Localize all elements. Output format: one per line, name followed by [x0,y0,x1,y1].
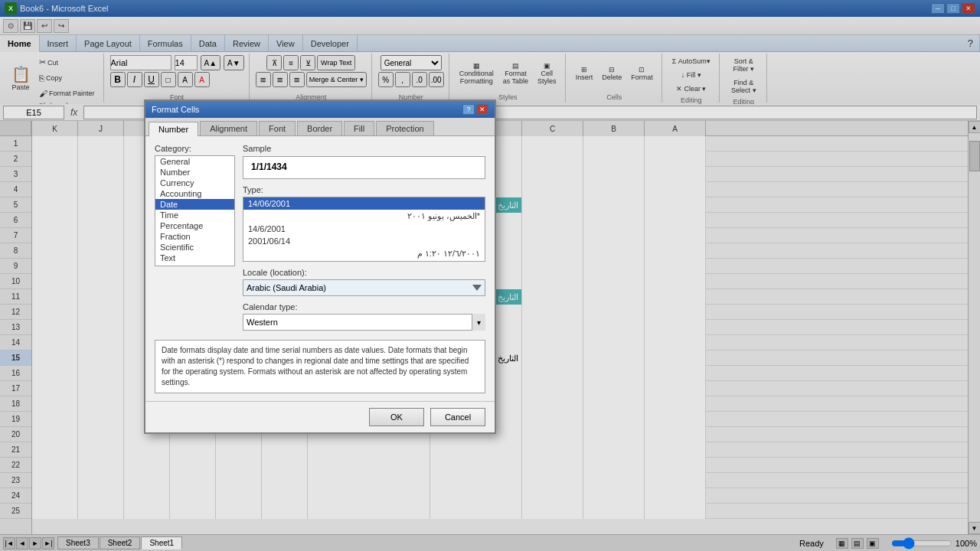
cat-fraction[interactable]: Fraction [155,231,234,242]
type-item-0[interactable]: 14/06/2001 [243,197,485,210]
dialog-tab-font[interactable]: Font [259,121,296,135]
dialog-footer: OK Cancel [145,401,495,432]
cat-time[interactable]: Time [155,210,234,220]
type-item-4[interactable]: ١٢/٦/٢٠٠١ ١:٢٠ م [243,247,485,260]
dialog-help-button[interactable]: ? [462,104,475,115]
type-item-5[interactable]: 14/6/2001 1:30 PM [243,260,485,262]
cancel-button[interactable]: Cancel [430,408,485,426]
calendar-type-input-container: ▾ [243,314,485,331]
dialog-tab-alignment[interactable]: Alignment [200,121,257,135]
type-list[interactable]: 14/06/2001 *الخميس، يونيو ٢٠٠١ 14/6/2001… [243,197,485,262]
dialog-title-bar: Format Cells ? ✕ [145,101,495,118]
locale-section: Locale (location): Arabic (Saudi Arabia) [243,268,485,296]
cat-number[interactable]: Number [155,167,234,178]
dialog-tab-number[interactable]: Number [149,122,198,136]
category-section: Category: General Number Currency Accoun… [155,144,485,335]
dialog-body: Category: General Number Currency Accoun… [145,136,495,401]
locale-dropdown[interactable]: Arabic (Saudi Arabia) [243,279,485,296]
cat-accounting[interactable]: Accounting [155,188,234,199]
calendar-type-section: Calendar type: ▾ [243,302,485,331]
calendar-dropdown-button[interactable]: ▾ [472,314,485,331]
category-list[interactable]: General Number Currency Accounting Date … [155,155,235,266]
sample-box: 1/1/1434 [243,156,485,179]
cat-date[interactable]: Date [155,199,234,210]
calendar-type-input[interactable] [243,314,485,331]
description-box: Date formats display date and time seria… [155,340,485,393]
type-item-1[interactable]: *الخميس، يونيو ٢٠٠١ [243,210,485,223]
type-item-3[interactable]: 2001/06/14 [243,235,485,247]
dialog-tabs: Number Alignment Font Border Fill Protec… [145,118,495,136]
right-panel: Sample 1/1/1434 Type: 14/06/2001 *الخميس… [243,144,485,335]
dialog-tab-fill[interactable]: Fill [344,121,374,135]
cat-percentage[interactable]: Percentage [155,220,234,231]
calendar-type-label: Calendar type: [243,302,485,311]
description-text: Date formats display date and time seria… [162,346,469,386]
cat-scientific[interactable]: Scientific [155,242,234,253]
cat-currency[interactable]: Currency [155,178,234,188]
dialog-tab-border[interactable]: Border [297,121,342,135]
type-label: Type: [243,185,485,194]
ok-button[interactable]: OK [369,408,424,426]
locale-label: Locale (location): [243,268,485,277]
dialog-close-button[interactable]: ✕ [476,104,488,115]
dialog-title-buttons: ? ✕ [462,104,488,115]
category-list-container: Category: General Number Currency Accoun… [155,144,235,335]
sample-value: 1/1/1434 [251,161,287,172]
type-item-2[interactable]: 14/6/2001 [243,223,485,235]
dialog-tab-protection[interactable]: Protection [376,121,434,135]
cat-general[interactable]: General [155,156,234,167]
type-list-container: 14/06/2001 *الخميس، يونيو ٢٠٠١ 14/6/2001… [243,197,485,262]
dialog-overlay: Format Cells ? ✕ Number Alignment Font B… [0,0,980,551]
cat-text[interactable]: Text [155,253,234,263]
sample-label: Sample [243,144,485,153]
category-label: Category: [155,144,235,153]
dialog-title-text: Format Cells [152,105,199,114]
format-cells-dialog: Format Cells ? ✕ Number Alignment Font B… [144,99,496,434]
